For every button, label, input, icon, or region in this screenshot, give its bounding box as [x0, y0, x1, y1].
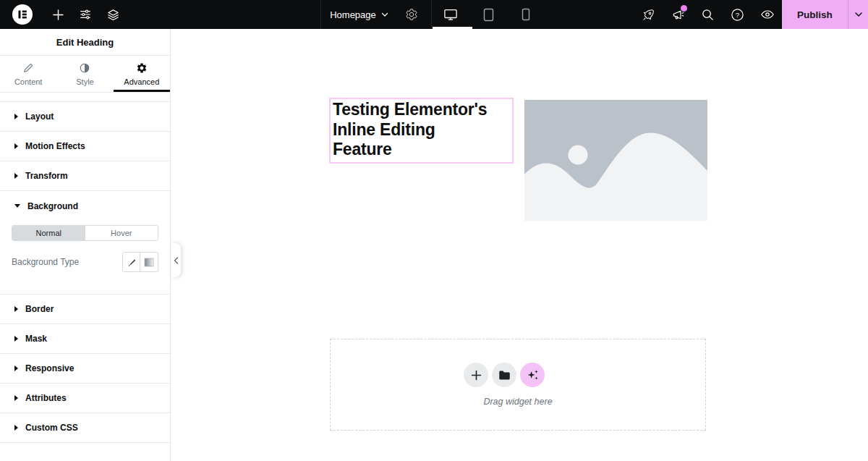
drop-zone-label: Drag widget here: [483, 397, 552, 407]
tab-content-label: Content: [14, 77, 43, 86]
background-type-label: Background Type: [12, 257, 79, 267]
structure-button[interactable]: [99, 0, 127, 29]
device-mobile-button[interactable]: [507, 0, 545, 29]
preview-button[interactable]: [752, 0, 782, 29]
chevron-down-icon: [854, 9, 864, 20]
heading-widget[interactable]: Testing Elementor's Inline Editing Featu…: [329, 98, 514, 164]
device-desktop-button[interactable]: [432, 0, 469, 29]
background-classic-button[interactable]: [123, 253, 140, 271]
section-custom-css-label: Custom CSS: [25, 423, 78, 433]
svg-text:?: ?: [736, 11, 739, 19]
tab-advanced[interactable]: Advanced: [114, 56, 170, 92]
background-gradient-button[interactable]: [140, 253, 158, 271]
section-attributes-label: Attributes: [25, 393, 67, 403]
heading-text-line: Inline Editing: [333, 120, 511, 140]
mobile-icon: [522, 8, 530, 21]
site-settings-button[interactable]: [72, 0, 99, 29]
add-element-button[interactable]: [44, 0, 72, 29]
search-icon: [701, 8, 715, 22]
heading-text-line: Testing Elementor's: [333, 100, 511, 120]
whats-new-button[interactable]: [663, 0, 693, 29]
caret-right-icon: [14, 425, 18, 431]
tab-style[interactable]: Style: [56, 56, 113, 92]
brush-icon: [127, 257, 137, 267]
section-attributes[interactable]: Attributes: [0, 384, 170, 413]
caret-right-icon: [14, 143, 18, 149]
gradient-icon: [144, 258, 154, 267]
document-switcher: Homepage: [320, 0, 432, 29]
add-widget-button[interactable]: [464, 363, 488, 387]
tab-advanced-label: Advanced: [124, 77, 159, 86]
publish-button[interactable]: Publish: [782, 0, 848, 29]
section-border[interactable]: Border: [0, 295, 170, 324]
caret-right-icon: [14, 173, 18, 179]
caret-right-icon: [14, 114, 18, 119]
help-icon: ?: [731, 8, 744, 22]
document-chevron-down-icon[interactable]: [380, 10, 389, 19]
section-motion-effects[interactable]: Motion Effects: [0, 132, 170, 161]
elementor-editor: Homepage: [0, 0, 868, 461]
section-background[interactable]: Background: [0, 191, 170, 221]
tablet-icon: [483, 8, 494, 22]
panel-title: Edit Heading: [0, 29, 170, 56]
document-name[interactable]: Homepage: [330, 9, 376, 20]
image-placeholder-icon: [524, 100, 707, 221]
gear-icon: [136, 62, 148, 74]
panel-collapse-handle[interactable]: [171, 243, 181, 277]
finder-button[interactable]: [693, 0, 723, 29]
ai-builder-button[interactable]: [520, 363, 545, 387]
editing-panel: Edit Heading Content Style Advanced: [0, 29, 171, 461]
state-tab-hover[interactable]: Hover: [85, 226, 158, 240]
plus-icon: [471, 370, 482, 381]
background-type-field: Background Type: [12, 252, 158, 272]
sparkles-icon: [526, 368, 539, 381]
section-responsive[interactable]: Responsive: [0, 354, 170, 384]
layers-icon: [106, 8, 120, 22]
pencil-icon: [22, 62, 34, 74]
section-transform[interactable]: Transform: [0, 161, 170, 191]
topbar-left-group: [0, 0, 127, 29]
contrast-icon: [79, 62, 90, 74]
section-responsive-label: Responsive: [25, 363, 74, 373]
state-tab-normal[interactable]: Normal: [12, 226, 85, 240]
tab-content[interactable]: Content: [0, 56, 56, 92]
tab-style-label: Style: [76, 77, 93, 86]
chevron-left-icon: [174, 257, 179, 264]
publish-split-button: Publish: [782, 0, 868, 29]
checklist-button[interactable]: [634, 0, 663, 29]
device-tablet-button[interactable]: [469, 0, 507, 29]
elementor-logo-icon: [13, 5, 32, 24]
section-layout-label: Layout: [25, 111, 54, 122]
elementor-logo[interactable]: [12, 4, 33, 25]
panel-sections: Layout Motion Effects Transform Backgrou…: [0, 101, 170, 443]
background-section-content: Normal Hover Background Type: [0, 221, 170, 295]
eye-icon: [760, 7, 775, 22]
image-placeholder-widget[interactable]: [524, 100, 707, 221]
sliders-icon: [79, 8, 92, 21]
section-transform-label: Transform: [25, 171, 68, 181]
desktop-icon: [443, 8, 458, 21]
section-border-label: Border: [25, 304, 54, 314]
background-state-tabs: Normal Hover: [12, 225, 158, 241]
add-template-button[interactable]: [492, 363, 516, 387]
section-mask-label: Mask: [25, 334, 47, 344]
panel-tabs: Content Style Advanced: [0, 56, 170, 93]
section-background-label: Background: [27, 201, 78, 211]
top-bar: Homepage: [0, 0, 868, 29]
empty-container-drop-zone[interactable]: Drag widget here: [330, 339, 706, 431]
caret-right-icon: [14, 395, 18, 401]
section-mask[interactable]: Mask: [0, 324, 170, 354]
section-custom-css[interactable]: Custom CSS: [0, 413, 170, 443]
plus-icon: [52, 9, 64, 21]
folder-icon: [498, 370, 511, 381]
page-settings-button[interactable]: [401, 0, 422, 29]
drop-zone-buttons: [464, 363, 545, 387]
editor-canvas: Testing Elementor's Inline Editing Featu…: [171, 29, 868, 461]
notification-dot: [681, 5, 687, 12]
caret-down-icon: [14, 204, 20, 208]
section-layout[interactable]: Layout: [0, 102, 170, 132]
gear-icon: [405, 8, 418, 21]
help-button[interactable]: ?: [723, 0, 752, 29]
publish-options-button[interactable]: [848, 0, 868, 29]
section-motion-effects-label: Motion Effects: [25, 141, 85, 151]
